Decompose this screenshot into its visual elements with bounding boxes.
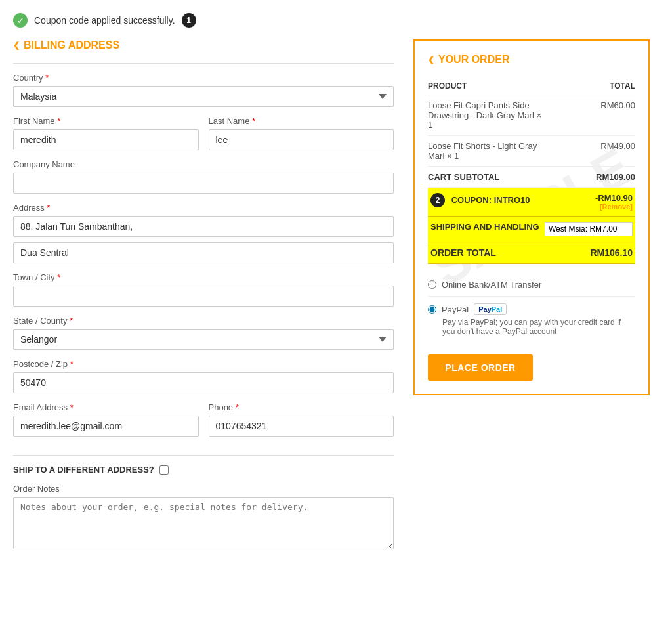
country-label: Country * <box>13 73 394 83</box>
company-input[interactable] <box>13 173 394 194</box>
item-2-amount: RM49.00 <box>542 136 635 167</box>
product-col-header: PRODUCT <box>428 77 542 95</box>
shipping-select-wrap: West Msia: RM7.00 East Msia: RM12.00 <box>545 222 633 236</box>
last-name-input[interactable] <box>209 129 394 150</box>
postcode-group: Postcode / Zip * <box>13 359 394 393</box>
required-mark: * <box>45 73 49 83</box>
first-name-input[interactable] <box>13 129 199 150</box>
coupon-row: 2 COUPON: INTRO10 -RM10.90 [Remove] <box>428 188 635 217</box>
shipping-select[interactable]: West Msia: RM7.00 East Msia: RM12.00 <box>545 222 633 236</box>
item-1-name: Loose Fit Capri Pants Side Drawstring - … <box>428 95 542 136</box>
main-layout: ❮ BILLING ADDRESS Country * Malaysia Sin… <box>13 39 659 561</box>
address-line2-input[interactable] <box>13 242 394 263</box>
payment-option-paypal-wrap: PayPal PayPal Pay via PayPal; you can pa… <box>428 297 635 343</box>
paypal-logo: PayPal <box>474 303 507 315</box>
coupon-label: COUPON: INTRO10 <box>452 195 530 205</box>
address-group: Address * <box>13 203 394 263</box>
payment-option-paypal: PayPal PayPal <box>428 303 635 315</box>
state-select[interactable]: Selangor Kuala Lumpur Penang <box>13 329 394 350</box>
step-badge-2: 2 <box>430 193 445 207</box>
success-message: Coupon code applied successfully. <box>34 15 175 26</box>
email-input[interactable] <box>13 416 199 437</box>
email-label: Email Address * <box>13 402 199 412</box>
company-group: Company Name <box>13 160 394 194</box>
payment-radio-bank[interactable] <box>428 280 436 289</box>
ship-diff-checkbox[interactable] <box>159 465 169 475</box>
order-total-label: ORDER TOTAL <box>428 242 542 264</box>
billing-section: ❮ BILLING ADDRESS Country * Malaysia Sin… <box>13 39 394 561</box>
payment-paypal-label: PayPal <box>442 305 469 314</box>
item-1-amount: RM60.00 <box>542 95 635 136</box>
postcode-input[interactable] <box>13 372 394 393</box>
first-name-label: First Name * <box>13 116 199 126</box>
ship-diff-label: SHIP TO A DIFFERENT ADDRESS? <box>13 465 154 475</box>
town-input[interactable] <box>13 286 394 307</box>
country-group: Country * Malaysia Singapore Indonesia <box>13 73 394 107</box>
subtotal-row: CART SUBTOTAL RM109.00 <box>428 167 635 188</box>
subtotal-label: CART SUBTOTAL <box>428 167 542 188</box>
phone-group: Phone * <box>209 402 394 437</box>
coupon-remove-link[interactable]: [Remove] <box>545 203 633 211</box>
shipping-row: SHIPPING AND HANDLING West Msia: RM7.00 … <box>428 217 635 242</box>
subtotal-amount: RM109.00 <box>542 167 635 188</box>
ship-diff-row: SHIP TO A DIFFERENT ADDRESS? <box>13 465 394 475</box>
order-chevron-icon: ❮ <box>428 55 434 64</box>
first-name-group: First Name * <box>13 116 199 150</box>
last-name-label: Last Name * <box>209 116 394 126</box>
total-col-header: TOTAL <box>542 77 635 95</box>
email-group: Email Address * <box>13 402 199 437</box>
success-banner: ✓ Coupon code applied successfully. 1 <box>13 13 659 28</box>
coupon-cell: 2 COUPON: INTRO10 <box>428 188 542 217</box>
place-order-button[interactable]: PLACE ORDER <box>428 354 533 381</box>
phone-input[interactable] <box>209 416 394 437</box>
town-group: Town / City * <box>13 272 394 307</box>
state-label: State / County * <box>13 316 394 326</box>
paypal-logo-pp: Pay <box>478 305 492 313</box>
company-label: Company Name <box>13 160 394 169</box>
order-notes-group: Order Notes <box>13 484 394 551</box>
order-notes-label: Order Notes <box>13 484 394 494</box>
payment-option-bank: Online Bank/ATM Transfer <box>428 273 635 297</box>
town-label: Town / City * <box>13 272 394 282</box>
success-icon: ✓ <box>13 13 28 28</box>
order-table: PRODUCT TOTAL Loose Fit Capri Pants Side… <box>428 77 635 264</box>
contact-row: Email Address * Phone * <box>13 402 394 446</box>
paypal-description: Pay via PayPal; you can pay with your cr… <box>442 318 635 336</box>
country-select[interactable]: Malaysia Singapore Indonesia <box>13 86 394 107</box>
coupon-discount: -RM10.90 <box>595 193 633 203</box>
shipping-select-cell: West Msia: RM7.00 East Msia: RM12.00 <box>542 217 635 242</box>
order-total-row: ORDER TOTAL RM106.10 <box>428 242 635 264</box>
order-item-2: Loose Fit Shorts - Light Gray Marl × 1 R… <box>428 136 635 167</box>
step-badge-1: 1 <box>182 13 196 28</box>
last-name-group: Last Name * <box>209 116 394 150</box>
postcode-label: Postcode / Zip * <box>13 359 394 369</box>
payment-options: Online Bank/ATM Transfer PayPal PayPal P… <box>428 273 635 343</box>
name-row: First Name * Last Name * <box>13 116 394 160</box>
order-item-1: Loose Fit Capri Pants Side Drawstring - … <box>428 95 635 136</box>
order-content: ❮ YOUR ORDER PRODUCT TOTAL Loose Fit Cap… <box>428 54 635 381</box>
order-section: SAMPLE ❮ YOUR ORDER PRODUCT TOTAL Loose … <box>413 39 650 395</box>
order-total-amount: RM106.10 <box>542 242 635 264</box>
payment-bank-label: Online Bank/ATM Transfer <box>442 280 541 289</box>
phone-label: Phone * <box>209 402 394 412</box>
address-label: Address * <box>13 203 394 213</box>
payment-radio-paypal[interactable] <box>428 305 436 314</box>
paypal-logo-pal: Pal <box>492 305 503 313</box>
order-notes-textarea[interactable] <box>13 497 394 549</box>
billing-title: ❮ BILLING ADDRESS <box>13 39 394 51</box>
order-title: ❮ YOUR ORDER <box>428 54 635 66</box>
billing-chevron-icon: ❮ <box>13 41 20 50</box>
coupon-amount-cell: -RM10.90 [Remove] <box>542 188 635 217</box>
shipping-label: SHIPPING AND HANDLING <box>428 217 542 242</box>
address-line1-input[interactable] <box>13 216 394 237</box>
item-2-name: Loose Fit Shorts - Light Gray Marl × 1 <box>428 136 542 167</box>
state-group: State / County * Selangor Kuala Lumpur P… <box>13 316 394 350</box>
